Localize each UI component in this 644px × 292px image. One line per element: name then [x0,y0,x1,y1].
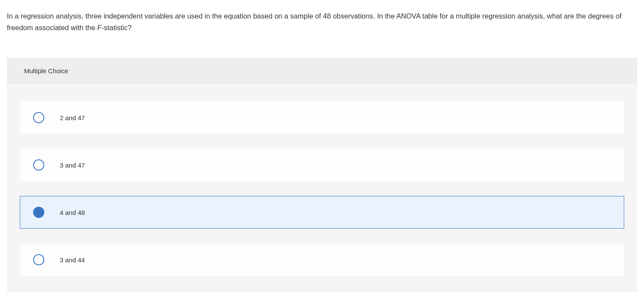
option-label: 2 and 47 [60,114,85,121]
option-label: 3 and 44 [60,256,85,264]
radio-icon [33,112,44,123]
options-area: 2 and 47 3 and 47 4 and 48 3 and 44 [7,84,637,292]
radio-icon [33,254,44,265]
section-label: Multiple Choice [24,67,68,75]
radio-icon [33,159,44,171]
section-header: Multiple Choice [7,58,637,84]
question-text: In a regression analysis, three independ… [0,0,644,40]
option-row-3[interactable]: 3 and 44 [20,243,624,276]
radio-icon [33,207,44,218]
question-italic: F [97,24,102,31]
option-row-2[interactable]: 4 and 48 [20,196,624,229]
option-label: 4 and 48 [60,209,85,216]
option-row-0[interactable]: 2 and 47 [20,101,624,134]
option-label: 3 and 47 [60,162,85,169]
answer-section: Multiple Choice 2 and 47 3 and 47 4 and … [7,58,637,292]
option-row-1[interactable]: 3 and 47 [20,149,624,181]
question-part2: -statistic? [102,24,132,31]
